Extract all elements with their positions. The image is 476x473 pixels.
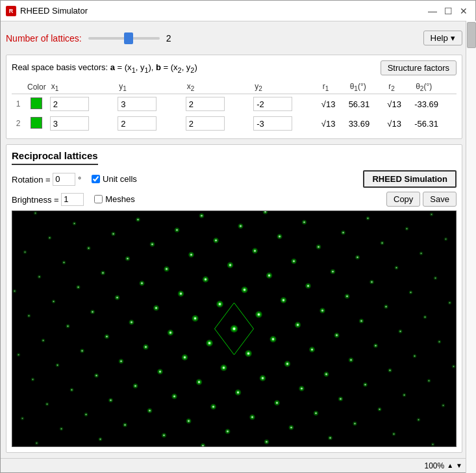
zoom-down-arrow[interactable]: ▼ <box>456 462 462 469</box>
theta1-val: 56.31 <box>347 94 386 114</box>
lattice-row: Number of lattices: 2 Help ▾ <box>6 27 462 49</box>
brightness-label: Brightness = <box>12 193 84 206</box>
maximize-button[interactable]: ☐ <box>442 5 455 17</box>
rheed-canvas-element <box>12 211 456 446</box>
x1-input[interactable] <box>50 97 89 111</box>
table-row: 2 √13 33.69 √13 -56.31 <box>12 114 457 133</box>
app-icon: R <box>6 6 16 16</box>
col-y2: y2 <box>252 81 320 94</box>
save-button[interactable]: Save <box>423 192 457 207</box>
basis-header: Real space basis vectors: a = (x1, y1), … <box>12 60 457 75</box>
recip-title: Reciprocal lattices <box>12 150 98 165</box>
col-r2: r2 <box>386 81 413 94</box>
copy-save-row: Copy Save <box>386 192 457 207</box>
col-r1: r1 <box>320 81 347 94</box>
reciprocal-panel: Reciprocal lattices Rotation = ° Unit ce… <box>6 144 462 453</box>
window-title: RHEED Simulator <box>20 6 426 16</box>
x2-cell <box>184 94 253 114</box>
theta2-val: -33.69 <box>413 94 457 114</box>
color-cell <box>25 114 49 133</box>
unit-cells-checkbox[interactable] <box>92 175 100 183</box>
x1-input[interactable] <box>50 116 89 131</box>
lattice-label: Number of lattices: <box>6 33 82 44</box>
col-x1: x1 <box>49 81 117 94</box>
basis-panel: Real space basis vectors: a = (x1, y1), … <box>6 55 462 139</box>
minimize-button[interactable]: — <box>426 5 439 17</box>
theta2-val: -56.31 <box>413 114 457 133</box>
help-label: Help <box>431 33 448 43</box>
y2-cell <box>252 94 320 114</box>
y2-input[interactable] <box>253 116 292 131</box>
x1-cell <box>49 114 117 133</box>
unit-cells-label: Unit cells <box>103 174 137 184</box>
scrollbar[interactable] <box>466 21 476 473</box>
window-controls: — ☐ ✕ <box>426 5 470 17</box>
x2-cell <box>184 114 253 133</box>
simulation-canvas <box>12 211 457 447</box>
lattice-slider[interactable] <box>88 37 160 40</box>
rotation-input[interactable] <box>53 173 75 186</box>
controls-row-1: Rotation = ° Unit cells RHEED Simulation <box>12 170 457 188</box>
color-swatch[interactable] <box>31 117 42 129</box>
col-x2: x2 <box>184 81 253 94</box>
zoom-up-arrow[interactable]: ▲ <box>447 462 453 469</box>
controls-row-2: Brightness = Meshes Copy Save <box>12 192 457 207</box>
basis-table: Color x1 y1 x2 y2 r1 θ1(°) r2 θ2(°) 1 <box>12 81 457 133</box>
row-number: 2 <box>12 114 25 133</box>
r2-val: √13 <box>386 114 413 133</box>
r1-val: √13 <box>320 114 347 133</box>
y1-cell <box>116 94 184 114</box>
r2-val: √13 <box>386 94 413 114</box>
rheed-simulation-button[interactable]: RHEED Simulation <box>363 170 457 188</box>
basis-title: Real space basis vectors: a = (x1, y1), … <box>12 62 197 74</box>
meshes-checkbox[interactable] <box>94 195 103 203</box>
y1-input[interactable] <box>118 116 157 131</box>
copy-button[interactable]: Copy <box>386 192 420 207</box>
slider-thumb[interactable] <box>124 32 133 44</box>
rotation-label: Rotation = ° <box>12 173 81 186</box>
help-arrow: ▾ <box>451 33 455 43</box>
table-row: 1 √13 56.31 √13 -33.69 <box>12 94 457 114</box>
y1-cell <box>116 114 184 133</box>
color-cell <box>25 94 49 114</box>
col-color: Color <box>25 81 49 94</box>
x2-input[interactable] <box>186 116 225 131</box>
meshes-checkbox-label[interactable]: Meshes <box>94 194 135 204</box>
x1-cell <box>49 94 117 114</box>
y2-cell <box>252 114 320 133</box>
zoom-level: 100% <box>424 461 444 470</box>
degree-symbol: ° <box>78 174 81 184</box>
row-number: 1 <box>12 94 25 114</box>
lattice-slider-container <box>88 37 160 40</box>
col-num <box>12 81 25 94</box>
structure-factors-button[interactable]: Structure factors <box>381 60 457 75</box>
lattice-value: 2 <box>166 33 171 44</box>
brightness-input[interactable] <box>61 193 84 206</box>
main-content: Number of lattices: 2 Help ▾ Real space … <box>1 21 475 458</box>
scrollbar-thumb[interactable] <box>467 22 476 48</box>
y1-input[interactable] <box>118 97 157 111</box>
theta1-val: 33.69 <box>347 114 386 133</box>
close-button[interactable]: ✕ <box>457 5 470 17</box>
main-window: R RHEED Simulator — ☐ ✕ Number of lattic… <box>0 0 476 473</box>
r1-val: √13 <box>320 94 347 114</box>
x2-input[interactable] <box>186 97 225 111</box>
col-y1: y1 <box>116 81 184 94</box>
y2-input[interactable] <box>253 97 292 111</box>
help-button[interactable]: Help ▾ <box>423 31 462 45</box>
title-bar: R RHEED Simulator — ☐ ✕ <box>1 1 475 21</box>
status-bar: 100% ▲ ▼ <box>1 458 475 472</box>
recip-title-container: Reciprocal lattices <box>12 150 457 170</box>
color-swatch[interactable] <box>31 97 42 109</box>
meshes-label: Meshes <box>105 194 135 204</box>
unit-cells-checkbox-label[interactable]: Unit cells <box>92 174 137 184</box>
col-theta2: θ2(°) <box>413 81 457 94</box>
col-theta1: θ1(°) <box>347 81 386 94</box>
